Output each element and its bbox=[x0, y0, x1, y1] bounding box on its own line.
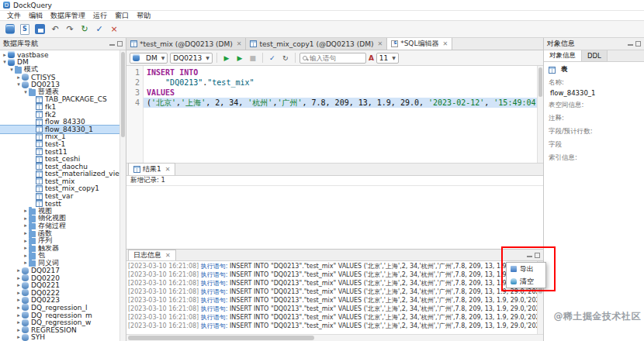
log-entry[interactable]: [2023-03-10 16:21:08] 执行语句: INSERT INTO … bbox=[128, 313, 537, 322]
tree-arrow-icon[interactable]: ▸ bbox=[16, 275, 22, 281]
save-icon[interactable] bbox=[35, 24, 45, 34]
tree-arrow-icon[interactable]: ▸ bbox=[16, 312, 22, 319]
stop-button[interactable]: ■ bbox=[248, 53, 258, 64]
refresh-button[interactable]: ↻ bbox=[280, 53, 291, 64]
maximize-icon[interactable] bbox=[635, 41, 641, 46]
tree-item-DQ0217[interactable]: ▸DQ0217 bbox=[0, 267, 119, 274]
tree-arrow-icon[interactable]: ▾ bbox=[16, 81, 22, 88]
minimize-icon[interactable] bbox=[628, 42, 633, 46]
menu-item-0[interactable]: 文件 bbox=[3, 11, 25, 21]
navigator-scrollbar[interactable] bbox=[119, 50, 126, 341]
log-entry[interactable]: [2023-03-10 16:21:08] 执行语句: INSERT INTO … bbox=[128, 279, 537, 288]
object-info-tab-DDL[interactable]: DDL bbox=[582, 50, 608, 61]
tree-item-DQ0222[interactable]: ▸DQ0222 bbox=[0, 289, 119, 297]
tree-item-fk1[interactable]: fk1 bbox=[0, 103, 119, 111]
tree-item-触发器[interactable]: ▸触发器 bbox=[0, 244, 119, 252]
tree-arrow-icon[interactable]: ▸ bbox=[16, 282, 22, 288]
tree-item-test_var[interactable]: test_var bbox=[0, 192, 119, 200]
editor-tab-0[interactable]: *test_mix (@DQ0213 (DM)✕ bbox=[126, 38, 246, 50]
tree-item-testt[interactable]: testt bbox=[0, 200, 119, 208]
tree-item-test-1[interactable]: test-1 bbox=[0, 140, 119, 148]
editor-tab-1[interactable]: test_mix_copy1 (@DQ0213 (DM)✕ bbox=[246, 38, 387, 50]
tree-item-REGRESSION[interactable]: ▸REGRESSION bbox=[0, 326, 119, 334]
log-entry[interactable]: [2023-03-10 16:21:08] 执行语句: INSERT INTO … bbox=[128, 322, 537, 330]
log-hscrollbar[interactable] bbox=[126, 334, 543, 341]
tree-arrow-icon[interactable]: ▸ bbox=[16, 319, 22, 326]
results-tab[interactable]: 结果1 ✕ bbox=[128, 163, 175, 175]
tree-item-test11[interactable]: test11 bbox=[0, 148, 119, 156]
log-entry[interactable]: [2023-03-10 16:21:08] 执行语句: INSERT INTO … bbox=[128, 288, 537, 296]
minimize-icon[interactable] bbox=[527, 253, 532, 257]
tree-item-普通表[interactable]: ▾普通表 bbox=[0, 88, 119, 96]
sql-editor-icon[interactable]: S bbox=[20, 24, 29, 35]
menu-item-2[interactable]: 数据库管理 bbox=[47, 11, 89, 21]
tree-item-DQ_regression_m[interactable]: ▸DQ_regression_m bbox=[0, 312, 119, 319]
tree-item-fk2[interactable]: fk2 bbox=[0, 111, 119, 119]
tree-item-test_ceshi[interactable]: test_ceshi bbox=[0, 155, 119, 163]
log-tab[interactable]: 日志信息 ✕ bbox=[128, 250, 176, 260]
tree-item-DQ0221[interactable]: ▸DQ0221 bbox=[0, 281, 119, 289]
tree-item-test_daochu[interactable]: test_daochu bbox=[0, 163, 119, 170]
tree-item-test_mix_copy1[interactable]: test_mix_copy1 bbox=[0, 185, 119, 193]
tree-arrow-icon[interactable]: ▸ bbox=[23, 260, 29, 266]
menu-item-1[interactable]: 编辑 bbox=[25, 11, 47, 21]
tree-item-函数[interactable]: ▸函数 bbox=[0, 229, 119, 237]
log-entry[interactable]: [2023-03-10 16:21:08] 执行语句: INSERT INTO … bbox=[128, 270, 537, 279]
schema-select[interactable]: DQ0213 ▼ bbox=[170, 53, 213, 64]
tree-arrow-icon[interactable]: ▸ bbox=[23, 253, 29, 259]
commit-button[interactable]: ✓ bbox=[267, 53, 278, 64]
editor-scrollbar[interactable] bbox=[537, 66, 543, 163]
log-entry[interactable]: [2023-03-10 16:21:08] 执行语句: INSERT INTO … bbox=[128, 305, 537, 313]
tree-item-vastbase[interactable]: ▸vastbase bbox=[0, 51, 119, 59]
tree-item-DM[interactable]: ▾DM bbox=[0, 59, 119, 67]
tree-item-test_materialized_view[interactable]: test_materialized_view bbox=[0, 170, 119, 178]
menu-item-4[interactable]: 窗口 bbox=[111, 11, 133, 21]
tree-item-DQ_regression_w[interactable]: ▸DQ_regression_w bbox=[0, 319, 119, 326]
log-entry[interactable]: [2023-03-10 16:21:08] 执行语句: INSERT INTO … bbox=[128, 262, 537, 270]
rollback-icon[interactable]: × bbox=[108, 23, 120, 36]
minimize-icon[interactable] bbox=[109, 42, 115, 46]
context-menu-item-导出[interactable]: 导出 bbox=[507, 263, 545, 275]
commit-icon[interactable]: ✓ bbox=[93, 23, 106, 36]
refresh-icon[interactable]: ↻ bbox=[78, 23, 91, 36]
connection-select[interactable]: DM ▼ bbox=[130, 53, 168, 64]
editor-tab-2[interactable]: *SQL编辑器✕ bbox=[387, 38, 452, 50]
tree-arrow-icon[interactable]: ▸ bbox=[16, 74, 22, 81]
tree-arrow-icon[interactable]: ▾ bbox=[23, 89, 29, 95]
tree-arrow-icon[interactable]: ▸ bbox=[23, 222, 29, 229]
tree-arrow-icon[interactable]: ▸ bbox=[23, 215, 29, 222]
tree-item-存储过程[interactable]: ▸存储过程 bbox=[0, 222, 119, 230]
search-input[interactable] bbox=[310, 54, 363, 62]
tree-item-模式[interactable]: ▾模式 bbox=[0, 66, 119, 74]
maximize-icon[interactable] bbox=[117, 41, 123, 46]
context-menu-item-清空[interactable]: 清空 bbox=[507, 275, 545, 288]
run-query-button[interactable]: ▶ bbox=[221, 53, 232, 64]
tree-item-SYH[interactable]: ▸SYH bbox=[0, 334, 119, 341]
run-script-button[interactable]: ▶ bbox=[234, 53, 245, 64]
tree-arrow-icon[interactable]: ▸ bbox=[2, 52, 8, 58]
tree-arrow-icon[interactable]: ▸ bbox=[23, 208, 29, 214]
tree-item-mix_1[interactable]: mix_1 bbox=[0, 133, 119, 141]
tree-item-DQ0223[interactable]: ▸DQ0223 bbox=[0, 297, 119, 305]
close-icon[interactable]: ✕ bbox=[377, 40, 383, 47]
sql-editor[interactable]: 1234 INSERT INTO "DQ0213"."test_mix"VALU… bbox=[126, 66, 543, 164]
redo-icon[interactable]: ↷ bbox=[64, 23, 76, 36]
font-button[interactable]: A bbox=[369, 54, 374, 62]
tree-arrow-icon[interactable]: ▸ bbox=[23, 230, 29, 236]
tree-item-DQ0220[interactable]: ▸DQ0220 bbox=[0, 274, 119, 282]
log-entry[interactable]: [2023-03-10 16:21:08] 执行语句: INSERT INTO … bbox=[128, 296, 537, 305]
close-icon[interactable]: ✕ bbox=[165, 252, 171, 259]
tree-item-DQ_regression_l[interactable]: ▸DQ_regression_l bbox=[0, 304, 119, 312]
tree-arrow-icon[interactable]: ▸ bbox=[16, 305, 22, 311]
close-icon[interactable]: ✕ bbox=[165, 166, 171, 173]
menu-item-3[interactable]: 运行 bbox=[89, 11, 111, 21]
tree-item-flow_84330[interactable]: flow_84330 bbox=[0, 118, 119, 126]
tree-item-flow_84330_1[interactable]: flow_84330_1 bbox=[0, 126, 119, 133]
tree-item-物化视图[interactable]: ▸物化视图 bbox=[0, 215, 119, 222]
tree-item-DQ0213[interactable]: ▾DQ0213 bbox=[0, 81, 119, 88]
tree-arrow-icon[interactable]: ▾ bbox=[2, 59, 8, 65]
tree-arrow-icon[interactable]: ▸ bbox=[23, 245, 29, 251]
tree-item-序列[interactable]: ▸序列 bbox=[0, 237, 119, 245]
tree-arrow-icon[interactable]: ▾ bbox=[9, 67, 15, 73]
font-size-select[interactable]: 11 ▼ bbox=[376, 53, 399, 64]
